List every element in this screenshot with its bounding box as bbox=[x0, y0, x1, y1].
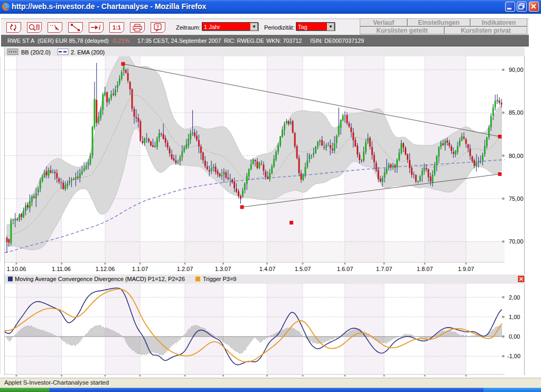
svg-text:i: i bbox=[99, 24, 101, 31]
svg-text:-1,00: -1,00 bbox=[507, 353, 520, 359]
svg-text:1:1: 1:1 bbox=[113, 24, 121, 31]
svg-text:1.7.07: 1.7.07 bbox=[376, 266, 393, 272]
svg-text:90,00: 90,00 bbox=[509, 67, 524, 73]
svg-text:1.4.07: 1.4.07 bbox=[259, 266, 276, 272]
svg-text:85,00: 85,00 bbox=[509, 109, 524, 116]
svg-text:1.10.06: 1.10.06 bbox=[7, 266, 26, 272]
svg-text:Trigger P3=9: Trigger P3=9 bbox=[203, 276, 237, 282]
svg-text:70,00: 70,00 bbox=[509, 238, 524, 245]
svg-text:1.9.07: 1.9.07 bbox=[458, 266, 474, 272]
svg-text:?: ? bbox=[156, 24, 160, 30]
svg-text:1.8.07: 1.8.07 bbox=[417, 266, 433, 272]
svg-text:80,00: 80,00 bbox=[509, 153, 524, 159]
svg-text:2. EMA (200): 2. EMA (200) bbox=[71, 49, 105, 55]
svg-text:1.12.06: 1.12.06 bbox=[96, 266, 115, 272]
svg-text:0,00: 0,00 bbox=[509, 333, 520, 340]
svg-text:1.6.07: 1.6.07 bbox=[337, 266, 353, 272]
svg-text:1.2.07: 1.2.07 bbox=[177, 266, 193, 272]
svg-text:1.5.07: 1.5.07 bbox=[295, 266, 311, 272]
svg-text:1,00: 1,00 bbox=[509, 314, 520, 320]
svg-text:2,00: 2,00 bbox=[509, 294, 520, 301]
svg-text:1.3.07: 1.3.07 bbox=[215, 266, 231, 272]
svg-text:1.1.07: 1.1.07 bbox=[132, 266, 148, 272]
svg-text:1.11.06: 1.11.06 bbox=[52, 266, 71, 272]
svg-text:75,00: 75,00 bbox=[509, 195, 524, 202]
svg-text:BB (20/2.0): BB (20/2.0) bbox=[21, 49, 51, 55]
svg-text:Moving Average Convergence Div: Moving Average Convergence Divergence (M… bbox=[15, 276, 185, 282]
